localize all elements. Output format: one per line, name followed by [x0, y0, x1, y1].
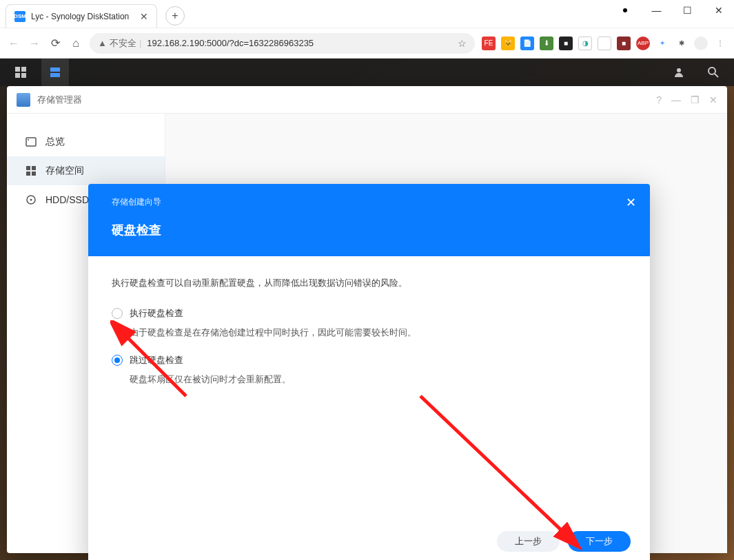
sidebar-item-overview[interactable]: 总览 — [7, 127, 165, 156]
window-controls: — ☐ ✕ — [622, 0, 734, 21]
svg-rect-2 — [15, 73, 20, 78]
option-skip-check-desc: 硬盘坏扇区仅在被访问时才会重新配置。 — [130, 373, 626, 386]
sidebar-label: 存储空间 — [45, 165, 84, 177]
dsm-taskbar — [0, 59, 734, 86]
security-warning[interactable]: ▲ 不安全 | — [98, 37, 141, 50]
window-titlebar: 存储管理器 ? — ❐ ✕ — [7, 86, 727, 114]
user-button[interactable] — [665, 59, 693, 86]
forward-button[interactable]: → — [28, 37, 41, 50]
disk-icon — [25, 194, 37, 206]
sidebar-item-storage[interactable]: 存储空间 — [7, 156, 165, 185]
svg-point-10 — [28, 139, 29, 141]
main-menu-button[interactable] — [7, 59, 34, 86]
ext-icon-7[interactable]: 🖼 — [598, 37, 611, 50]
home-button[interactable]: ⌂ — [69, 37, 83, 50]
notification-dot — [622, 7, 629, 14]
wizard-header: 存储创建向导 ✕ 硬盘检查 — [88, 184, 650, 256]
dsm-desktop: 存储管理器 ? — ❐ ✕ 总览 — [0, 59, 734, 560]
search-button[interactable] — [700, 59, 727, 86]
window-close-button[interactable]: ✕ — [709, 94, 717, 105]
ext-icon-6[interactable]: ◑ — [578, 37, 592, 50]
overview-icon — [25, 136, 37, 148]
browser-chrome: — ☐ ✕ DSM Lyc - Synology DiskStation ✕ +… — [0, 0, 734, 59]
sidebar-label: HDD/SSD — [45, 194, 89, 205]
extensions-menu-icon[interactable]: ✱ — [675, 37, 689, 50]
wizard-title: 硬盘检查 — [112, 222, 626, 238]
extensions: FE 🐱 📄 ⬇ ■ ◑ 🖼 ■ ABP ✦ ✱ ⋮ — [482, 37, 727, 50]
back-button[interactable]: ← — [7, 37, 21, 50]
storage-manager-icon — [17, 93, 30, 107]
ext-icon-8[interactable]: ■ — [617, 37, 631, 50]
toolbar: ← → ⟳ ⌂ ▲ 不安全 | 192.168.2.190:5000/?dc=1… — [0, 28, 734, 58]
svg-rect-11 — [26, 166, 30, 170]
svg-rect-4 — [50, 68, 60, 72]
close-window-button[interactable]: ✕ — [703, 0, 734, 21]
storage-icon — [25, 165, 37, 177]
option-skip-check[interactable]: 跳过硬盘检查 — [112, 354, 626, 366]
wizard-footer: 上一步 下一步 — [88, 521, 650, 560]
new-tab-button[interactable]: + — [165, 6, 185, 25]
browser-tab[interactable]: DSM Lyc - Synology DiskStation ✕ — [6, 4, 157, 28]
window-title: 存储管理器 — [37, 94, 82, 106]
window-minimize-button[interactable]: — — [671, 94, 681, 105]
option-run-check-desc: 由于硬盘检查是在存储池创建过程中同时执行，因此可能需要较长时间。 — [130, 326, 626, 339]
warning-icon: ▲ — [98, 38, 107, 48]
radio-icon — [112, 308, 123, 319]
ext-icon-5[interactable]: ■ — [559, 37, 573, 50]
svg-rect-14 — [32, 172, 36, 176]
url-text: 192.168.2.190:5000/?dc=1632286963235 — [147, 38, 452, 48]
maximize-button[interactable]: ☐ — [672, 0, 703, 21]
browser-menu-icon[interactable]: ⋮ — [713, 37, 727, 50]
svg-point-6 — [677, 68, 681, 72]
wizard-close-button[interactable]: ✕ — [626, 195, 636, 210]
option-run-check[interactable]: 执行硬盘检查 — [112, 307, 626, 320]
help-button[interactable]: ? — [656, 94, 662, 105]
dsm-favicon-icon: DSM — [14, 11, 26, 22]
prev-button[interactable]: 上一步 — [497, 531, 560, 552]
abp-icon[interactable]: ABP — [636, 37, 650, 50]
wizard-description: 执行硬盘检查可以自动重新配置硬盘，从而降低出现数据访问错误的风险。 — [112, 277, 626, 289]
wizard-body: 执行硬盘检查可以自动重新配置硬盘，从而降低出现数据访问错误的风险。 执行硬盘检查… — [88, 256, 650, 521]
ext-icon-2[interactable]: 🐱 — [501, 37, 515, 50]
option-label: 跳过硬盘检查 — [130, 354, 183, 366]
ext-icon-4[interactable]: ⬇ — [540, 37, 553, 50]
address-bar[interactable]: ▲ 不安全 | 192.168.2.190:5000/?dc=163228696… — [90, 33, 475, 54]
ext-icon-3[interactable]: 📄 — [520, 37, 534, 50]
storage-creation-wizard: 存储创建向导 ✕ 硬盘检查 执行硬盘检查可以自动重新配置硬盘，从而降低出现数据访… — [88, 184, 650, 560]
storage-manager-taskbar-button[interactable] — [41, 59, 69, 86]
sidebar-label: 总览 — [45, 136, 65, 148]
svg-rect-13 — [26, 172, 30, 176]
minimize-button[interactable]: — — [641, 0, 672, 21]
window-maximize-button[interactable]: ❐ — [691, 94, 700, 105]
tab-close-icon[interactable]: ✕ — [140, 11, 148, 22]
reload-button[interactable]: ⟳ — [48, 37, 62, 50]
svg-point-16 — [30, 199, 32, 201]
svg-rect-3 — [21, 73, 26, 78]
ext-icon-9[interactable]: ✦ — [655, 37, 669, 50]
svg-rect-9 — [26, 138, 36, 146]
tab-title: Lyc - Synology DiskStation — [31, 12, 134, 21]
bookmark-star-icon[interactable]: ☆ — [458, 38, 467, 49]
svg-point-7 — [708, 68, 715, 74]
svg-rect-12 — [32, 166, 36, 170]
svg-line-8 — [715, 74, 718, 77]
security-label: 不安全 — [110, 37, 136, 50]
profile-avatar-icon[interactable] — [694, 37, 708, 50]
ext-icon-1[interactable]: FE — [482, 37, 496, 50]
wizard-breadcrumb: 存储创建向导 — [112, 196, 626, 208]
svg-rect-0 — [15, 67, 20, 72]
next-button[interactable]: 下一步 — [568, 531, 631, 552]
svg-rect-1 — [21, 67, 26, 72]
svg-rect-5 — [50, 73, 60, 77]
option-label: 执行硬盘检查 — [130, 307, 183, 320]
radio-icon — [112, 355, 123, 366]
